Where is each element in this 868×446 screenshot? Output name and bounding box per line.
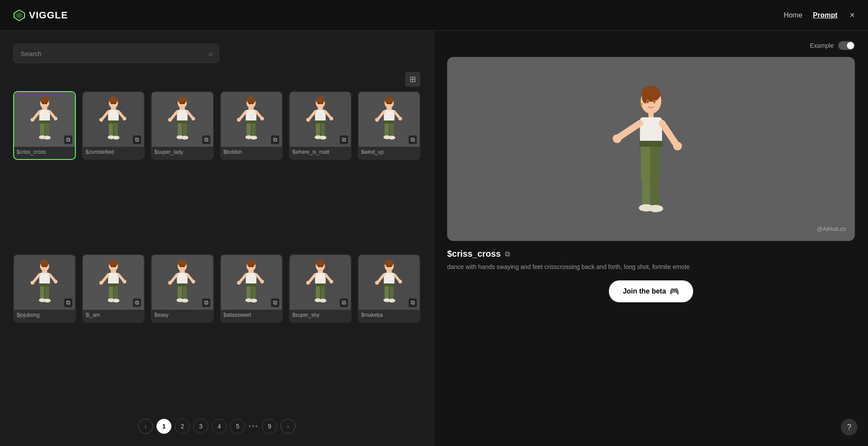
svg-line-156	[309, 275, 315, 282]
motion-label: $wind_up	[359, 147, 420, 156]
motion-card[interactable]: ⧉$atlassweet	[220, 254, 283, 323]
next-page-button[interactable]: ›	[281, 419, 295, 434]
motion-copy-button[interactable]: ⧉	[64, 298, 72, 307]
svg-line-21	[102, 112, 108, 119]
motion-card[interactable]: ⧉$super_shy	[289, 254, 352, 323]
svg-rect-12	[39, 120, 50, 124]
motion-copy-button[interactable]: ⧉	[340, 135, 348, 144]
search-input[interactable]	[13, 44, 219, 63]
svg-point-9	[53, 117, 57, 121]
nav-prompt-link[interactable]: Prompt	[813, 11, 837, 19]
svg-rect-194	[642, 178, 650, 208]
motion-copy-button[interactable]: ⧉	[133, 135, 141, 144]
svg-point-189	[613, 134, 622, 143]
svg-line-126	[171, 275, 177, 282]
svg-point-201	[654, 101, 655, 102]
motion-copy-button[interactable]: ⧉	[202, 135, 210, 144]
prev-page-button[interactable]: ‹	[138, 419, 153, 434]
page-2-button[interactable]: 2	[175, 419, 190, 434]
motion-label: $zombiefied	[83, 147, 144, 156]
page-1-button[interactable]: 1	[157, 419, 171, 434]
motion-copy-button[interactable]: ⧉	[409, 135, 417, 144]
svg-rect-185	[648, 111, 654, 118]
page-4-button[interactable]: 4	[212, 419, 227, 434]
page-9-button[interactable]: 9	[262, 419, 277, 434]
svg-point-93	[40, 260, 49, 267]
page-5-button[interactable]: 5	[230, 419, 245, 434]
svg-point-151	[252, 266, 253, 267]
motion-card[interactable]: ⧉$jojubong	[13, 254, 76, 323]
motion-detail: $criss_cross ⧉	[447, 249, 855, 259]
selected-motion-description: dance with hands swaying and feet crissc…	[447, 262, 855, 272]
preview-character	[447, 57, 855, 241]
left-panel: ⌕ ⊞ ⧉$criss_cross	[0, 31, 434, 446]
nav-home-link[interactable]: Home	[784, 11, 803, 19]
motion-copy-button[interactable]: ⧉	[340, 298, 348, 307]
motion-card[interactable]: ⧉$bobbin	[220, 91, 283, 160]
svg-point-38	[168, 118, 172, 122]
svg-rect-80	[384, 110, 394, 121]
motion-copy-button[interactable]: ⧉	[133, 298, 141, 307]
svg-line-96	[33, 275, 39, 282]
svg-rect-95	[39, 273, 50, 284]
motion-card[interactable]: ⧉$i_am	[82, 254, 145, 323]
svg-marker-1	[16, 12, 22, 18]
svg-point-69	[329, 117, 333, 121]
svg-rect-42	[177, 120, 188, 124]
motion-label: $where_is_matt	[290, 147, 351, 156]
svg-rect-147	[246, 283, 256, 287]
example-label: Example	[810, 42, 834, 49]
svg-point-39	[192, 117, 196, 121]
motion-copy-button[interactable]: ⧉	[202, 298, 210, 307]
svg-point-120	[111, 266, 113, 267]
copy-title-button[interactable]: ⧉	[505, 250, 510, 258]
svg-point-30	[111, 103, 113, 104]
motion-copy-button[interactable]: ⧉	[271, 298, 279, 307]
svg-rect-110	[108, 273, 119, 284]
svg-point-168	[385, 260, 393, 267]
help-button[interactable]: ?	[841, 419, 857, 435]
motion-figure	[161, 258, 203, 307]
grid-view-button[interactable]: ⊞	[405, 72, 420, 87]
svg-point-119	[113, 299, 120, 303]
motion-card[interactable]: ⧉$super_lady	[151, 91, 213, 160]
svg-point-48	[247, 97, 256, 104]
svg-line-111	[102, 275, 108, 282]
motion-label: $super_lady	[152, 147, 213, 156]
close-button[interactable]: ×	[850, 10, 855, 20]
preview-card: @AIHub.cn	[447, 57, 855, 241]
motion-card[interactable]: ⧉$where_is_matt	[289, 91, 352, 160]
pagination-dots: •••	[249, 422, 259, 430]
svg-point-31	[114, 103, 115, 104]
svg-point-106	[45, 266, 46, 267]
main-layout: ⌕ ⊞ ⧉$criss_cross	[0, 31, 868, 446]
motion-card[interactable]: ⧉$criss_cross	[13, 91, 76, 160]
svg-point-23	[100, 118, 103, 122]
motion-figure	[161, 95, 203, 144]
logo: VIGGLE	[13, 9, 68, 21]
motion-card[interactable]: ⧉$makeba	[358, 254, 420, 323]
motion-card[interactable]: ⧉$easy	[151, 254, 213, 323]
page-3-button[interactable]: 3	[193, 419, 208, 434]
svg-rect-186	[640, 117, 662, 143]
join-beta-button[interactable]: Join the beta 🎮	[609, 280, 694, 302]
motion-copy-button[interactable]: ⧉	[409, 298, 417, 307]
svg-point-74	[319, 136, 326, 140]
svg-point-63	[316, 97, 324, 104]
example-toggle-switch[interactable]	[838, 41, 855, 50]
svg-rect-192	[650, 141, 660, 181]
search-icon: ⌕	[209, 50, 213, 57]
svg-point-33	[178, 97, 186, 104]
svg-point-78	[385, 97, 393, 104]
motion-figure	[92, 258, 135, 307]
motion-copy-button[interactable]: ⧉	[271, 135, 279, 144]
motion-card[interactable]: ⧉$zombiefied	[82, 91, 145, 160]
svg-rect-117	[108, 283, 119, 287]
svg-point-53	[237, 118, 241, 122]
motion-card[interactable]: ⧉$wind_up	[358, 91, 420, 160]
motion-copy-button[interactable]: ⧉	[64, 135, 72, 144]
logo-text: VIGGLE	[29, 10, 68, 21]
svg-line-36	[171, 112, 177, 119]
svg-rect-191	[640, 141, 650, 181]
motion-figure	[230, 258, 272, 307]
